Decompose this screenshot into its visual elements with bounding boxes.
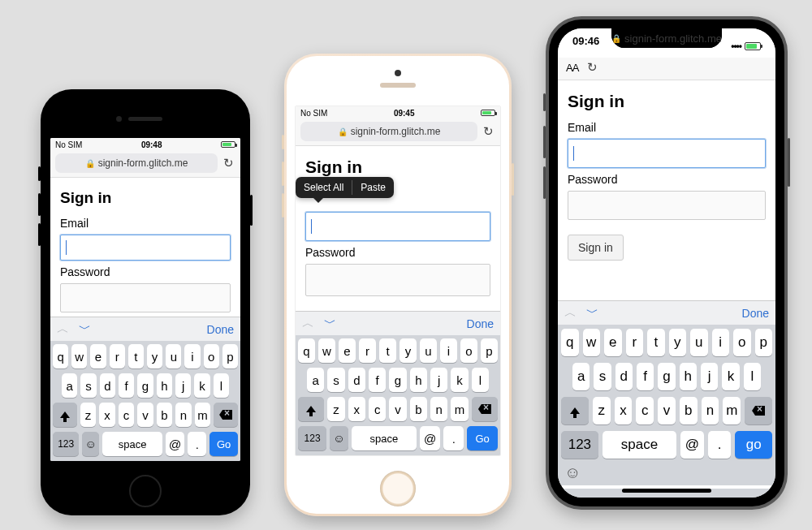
key-a[interactable]: a [572,363,590,390]
keyboard-done-button[interactable]: Done [207,323,234,336]
key-t[interactable]: t [647,329,665,356]
key-q[interactable]: q [561,329,579,356]
numbers-key[interactable]: 123 [561,431,598,459]
key-r[interactable]: r [359,338,376,363]
key-t[interactable]: t [379,338,396,363]
shift-key[interactable] [53,403,77,427]
key-w[interactable]: w [71,344,87,368]
key-f[interactable]: f [119,373,134,398]
refresh-icon[interactable]: ↻ [585,60,599,75]
key-a[interactable]: a [62,373,77,398]
next-field-icon[interactable]: ﹀ [324,316,336,331]
key-u[interactable]: u [166,344,181,368]
backspace-key[interactable] [745,397,772,424]
home-indicator[interactable] [622,489,711,493]
key-s[interactable]: s [327,368,344,392]
key-j[interactable]: j [175,373,191,398]
emoji-key[interactable]: ☺ [82,432,99,456]
key-l[interactable]: l [472,368,489,392]
key-h[interactable]: h [680,363,697,390]
key-t[interactable]: t [128,344,144,368]
key-v[interactable]: v [137,403,153,427]
go-key[interactable]: go [735,431,772,459]
key-m[interactable]: m [723,397,741,424]
volume-down-button[interactable] [543,166,546,199]
emoji-key[interactable]: ☺ [564,463,581,482]
key-i[interactable]: i [440,338,457,363]
key-c[interactable]: c [636,397,654,424]
key-n[interactable]: n [430,397,447,421]
key-c[interactable]: c [369,397,386,421]
refresh-icon[interactable]: ↻ [221,156,235,170]
key-p[interactable]: p [222,344,238,368]
shift-key[interactable] [298,397,324,421]
address-bar[interactable]: 🔒 signin-form.glitch.me [300,122,477,141]
key-e[interactable]: e [90,344,106,368]
dot-key[interactable]: . [708,431,732,459]
key-j[interactable]: j [430,368,447,392]
key-k[interactable]: k [451,368,468,392]
key-u[interactable]: u [690,329,708,356]
prev-field-icon[interactable]: ︿ [564,305,577,321]
key-p[interactable]: p [755,329,773,356]
signin-button[interactable]: Sign in [568,235,624,261]
key-y[interactable]: y [400,338,417,363]
mute-switch[interactable] [543,93,546,111]
dot-key[interactable]: . [188,432,206,456]
prev-field-icon[interactable]: ︿ [57,321,69,337]
volume-up-button[interactable] [38,193,41,216]
mute-switch[interactable] [38,166,41,181]
password-field[interactable] [568,191,766,220]
backspace-key[interactable] [214,403,238,427]
key-n[interactable]: n [702,397,719,424]
key-l[interactable]: l [744,363,761,390]
password-field[interactable] [305,264,490,296]
key-a[interactable]: a [307,368,324,392]
key-d[interactable]: d [615,363,633,390]
dot-key[interactable]: . [443,426,464,450]
key-x[interactable]: x [348,397,365,421]
space-key[interactable]: space [352,426,417,450]
key-b[interactable]: b [157,403,172,427]
space-key[interactable]: space [603,431,676,459]
key-s[interactable]: s [594,363,611,390]
key-b[interactable]: b [410,397,427,421]
mute-switch[interactable] [282,135,284,149]
key-k[interactable]: k [194,373,209,398]
key-k[interactable]: k [722,363,739,390]
key-u[interactable]: u [420,338,437,363]
key-m[interactable]: m [451,397,468,421]
key-x[interactable]: x [99,403,114,427]
key-s[interactable]: s [80,373,96,398]
next-field-icon[interactable]: ﹀ [586,305,598,321]
key-b[interactable]: b [680,397,698,424]
key-w[interactable]: w [583,329,601,356]
key-v[interactable]: v [658,397,676,424]
power-button[interactable] [788,138,790,187]
key-g[interactable]: g [389,368,406,392]
select-all-menu-item[interactable]: Select All [296,177,352,198]
key-f[interactable]: f [369,368,386,392]
key-g[interactable]: g [137,373,153,398]
backspace-key[interactable] [472,397,498,421]
key-r[interactable]: r [626,329,644,356]
power-button[interactable] [512,163,514,196]
at-key[interactable]: @ [166,432,184,456]
key-o[interactable]: o [460,338,477,363]
key-o[interactable]: o [733,329,751,356]
go-key[interactable]: Go [467,426,498,450]
key-x[interactable]: x [615,397,633,424]
address-bar[interactable]: 🔒 signin-form.glitch.me [611,28,722,48]
email-field[interactable] [60,235,231,261]
numbers-key[interactable]: 123 [53,432,79,456]
key-p[interactable]: p [481,338,498,363]
key-c[interactable]: c [119,403,134,427]
at-key[interactable]: @ [420,426,440,450]
key-y[interactable]: y [147,344,162,368]
volume-up-button[interactable] [543,126,546,158]
next-field-icon[interactable]: ﹀ [79,321,91,337]
key-q[interactable]: q [298,338,315,363]
key-g[interactable]: g [658,363,675,390]
key-i[interactable]: i [712,329,730,356]
key-d[interactable]: d [348,368,365,392]
